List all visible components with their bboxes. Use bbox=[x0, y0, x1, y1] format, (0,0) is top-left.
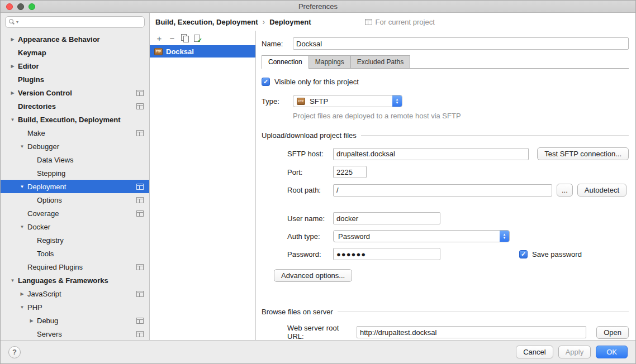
add-server-icon[interactable]: + bbox=[155, 34, 163, 42]
name-label: Name: bbox=[262, 40, 293, 48]
sidebar-item-servers[interactable]: Servers bbox=[1, 327, 149, 340]
auth-type-select[interactable]: Password bbox=[333, 230, 510, 242]
traffic-lights bbox=[6, 1, 35, 13]
search-options-caret-icon[interactable]: ▾ bbox=[16, 20, 18, 25]
auth-type-value: Password bbox=[338, 232, 370, 241]
sidebar-item-docker[interactable]: ▼Docker bbox=[1, 220, 149, 233]
sidebar-item-coverage[interactable]: Coverage bbox=[1, 207, 149, 220]
web-root-input[interactable] bbox=[357, 326, 586, 338]
advanced-options-button[interactable]: Advanced options... bbox=[274, 269, 352, 282]
chevron-down-icon[interactable]: ▼ bbox=[18, 184, 26, 189]
use-as-default-icon[interactable] bbox=[194, 35, 200, 42]
password-label: Password: bbox=[287, 250, 333, 258]
tab-mappings[interactable]: Mappings bbox=[308, 55, 351, 68]
sidebar-item-plugins[interactable]: Plugins bbox=[1, 73, 149, 86]
server-list: Docksal bbox=[150, 45, 255, 340]
user-name-input[interactable] bbox=[333, 212, 440, 224]
sidebar-item-options[interactable]: Options bbox=[1, 193, 149, 207]
breadcrumb-parent[interactable]: Build, Execution, Deployment bbox=[155, 18, 258, 26]
remove-server-icon[interactable]: − bbox=[168, 34, 176, 42]
visible-only-checkbox[interactable] bbox=[262, 78, 270, 86]
sidebar-item-label: Data Views bbox=[37, 156, 74, 164]
port-input[interactable] bbox=[333, 166, 367, 178]
sidebar-item-stepping[interactable]: Stepping bbox=[1, 166, 149, 180]
chevron-right-icon[interactable]: ▶ bbox=[8, 37, 17, 42]
section-divider bbox=[338, 312, 629, 312]
chevron-right-icon[interactable]: ▶ bbox=[8, 90, 17, 95]
tab-bar: Connection Mappings Excluded Paths bbox=[262, 55, 629, 69]
tab-excluded-paths[interactable]: Excluded Paths bbox=[350, 55, 410, 68]
section-divider bbox=[361, 135, 629, 136]
zoom-button[interactable] bbox=[29, 3, 35, 10]
per-project-settings-icon bbox=[136, 103, 144, 109]
chevron-right-icon[interactable]: ▶ bbox=[18, 291, 26, 296]
sftp-server-icon bbox=[154, 48, 163, 55]
settings-sidebar: ▾ ▶Appearance & BehaviorKeymap▶EditorPlu… bbox=[1, 13, 150, 340]
minimize-button[interactable] bbox=[17, 3, 24, 10]
sidebar-item-required-plugins[interactable]: Required Plugins bbox=[1, 260, 149, 274]
sidebar-item-label: Coverage bbox=[27, 209, 59, 218]
sidebar-item-languages-frameworks[interactable]: ▼Languages & Frameworks bbox=[1, 274, 149, 287]
apply-button[interactable]: Apply bbox=[558, 346, 591, 358]
sidebar-item-make[interactable]: Make bbox=[1, 126, 149, 140]
test-sftp-connection-button[interactable]: Test SFTP connection... bbox=[537, 147, 629, 160]
sidebar-item-label: Directories bbox=[18, 102, 56, 111]
chevron-down-icon[interactable]: ▼ bbox=[8, 117, 17, 122]
autodetect-button[interactable]: Autodetect bbox=[577, 184, 626, 197]
deployment-form: Name: Connection Mappings Excluded Paths… bbox=[256, 31, 635, 340]
search-wrap: ▾ bbox=[1, 13, 149, 30]
sidebar-item-php[interactable]: ▼PHP bbox=[1, 300, 149, 314]
sidebar-item-version-control[interactable]: ▶Version Control bbox=[1, 86, 149, 99]
settings-search-input[interactable]: ▾ bbox=[5, 16, 145, 28]
sidebar-item-registry[interactable]: Registry bbox=[1, 233, 149, 247]
sidebar-item-label: PHP bbox=[27, 303, 42, 312]
sidebar-item-data-views[interactable]: Data Views bbox=[1, 153, 149, 166]
chevron-right-icon[interactable]: ▶ bbox=[8, 64, 17, 69]
sidebar-item-label: Languages & Frameworks bbox=[18, 276, 108, 285]
close-button[interactable] bbox=[6, 3, 13, 10]
type-select[interactable]: SFTP bbox=[293, 95, 402, 107]
open-button[interactable]: Open bbox=[596, 326, 629, 339]
dropdown-arrows-icon[interactable] bbox=[500, 231, 509, 242]
sftp-host-input[interactable] bbox=[333, 148, 529, 160]
server-list-item[interactable]: Docksal bbox=[150, 45, 255, 58]
server-name: Docksal bbox=[166, 47, 194, 56]
password-input[interactable] bbox=[333, 248, 440, 260]
root-path-input[interactable] bbox=[333, 184, 552, 197]
tab-connection[interactable]: Connection bbox=[262, 55, 309, 69]
chevron-down-icon[interactable]: ▼ bbox=[18, 224, 26, 229]
server-list-toolbar: + − bbox=[150, 31, 255, 45]
help-button[interactable]: ? bbox=[8, 346, 21, 358]
cancel-button[interactable]: Cancel bbox=[516, 346, 553, 358]
sidebar-item-debugger[interactable]: ▼Debugger bbox=[1, 140, 149, 153]
sidebar-item-build-execution-deployment[interactable]: ▼Build, Execution, Deployment bbox=[1, 113, 149, 126]
sidebar-item-tools[interactable]: Tools bbox=[1, 247, 149, 260]
ok-button[interactable]: OK bbox=[596, 346, 628, 358]
sidebar-item-deployment[interactable]: ▼Deployment bbox=[1, 180, 149, 193]
sidebar-item-label: Docker bbox=[27, 223, 50, 231]
chevron-down-icon[interactable]: ▼ bbox=[18, 144, 26, 149]
sidebar-item-debug[interactable]: ▶Debug bbox=[1, 314, 149, 327]
settings-detail-area: Build, Execution, Deployment › Deploymen… bbox=[150, 13, 635, 340]
sidebar-item-javascript[interactable]: ▶JavaScript bbox=[1, 287, 149, 300]
copy-server-icon[interactable] bbox=[181, 34, 189, 42]
sidebar-item-label: Appearance & Behavior bbox=[18, 35, 100, 44]
sidebar-item-keymap[interactable]: Keymap bbox=[1, 46, 149, 59]
user-name-label: User name: bbox=[287, 214, 333, 223]
sidebar-item-directories[interactable]: Directories bbox=[1, 99, 149, 113]
save-password-checkbox[interactable] bbox=[519, 250, 528, 258]
browse-root-path-button[interactable]: ... bbox=[557, 184, 573, 197]
per-project-settings-icon bbox=[136, 291, 144, 297]
auth-type-label: Auth type: bbox=[287, 232, 333, 241]
sidebar-item-appearance-behavior[interactable]: ▶Appearance & Behavior bbox=[1, 32, 149, 46]
scope-indicator: For current project bbox=[365, 18, 435, 26]
name-input[interactable] bbox=[293, 37, 629, 50]
dropdown-arrows-icon[interactable] bbox=[392, 95, 402, 107]
sidebar-item-label: Keymap bbox=[18, 49, 46, 57]
sftp-icon bbox=[297, 98, 305, 105]
save-password-label: Save password bbox=[532, 250, 582, 258]
chevron-down-icon[interactable]: ▼ bbox=[8, 278, 17, 283]
sidebar-item-editor[interactable]: ▶Editor bbox=[1, 59, 149, 73]
chevron-down-icon[interactable]: ▼ bbox=[18, 305, 26, 310]
chevron-right-icon[interactable]: ▶ bbox=[27, 318, 36, 323]
